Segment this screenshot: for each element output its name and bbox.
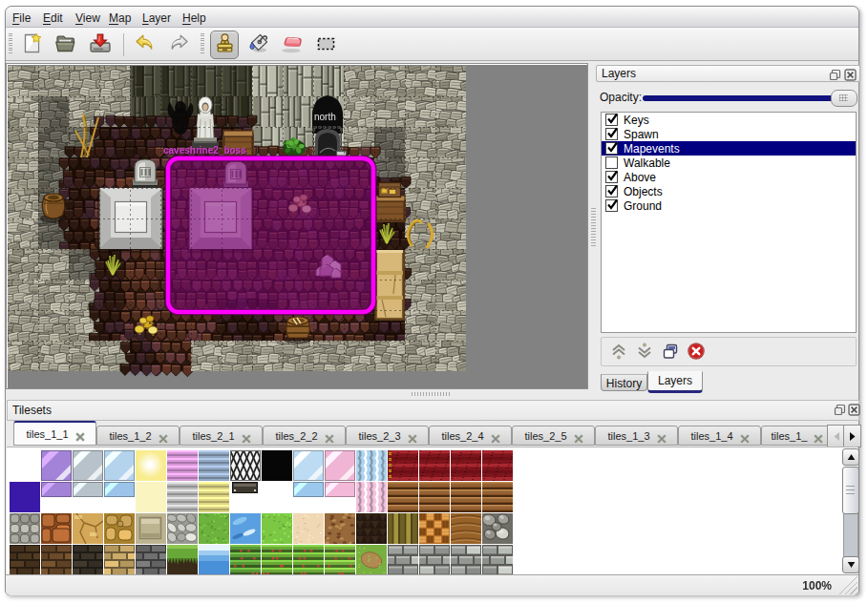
layer-name: Above — [624, 171, 656, 184]
layer-row-ground[interactable]: Ground — [602, 198, 856, 213]
layer-checkbox-walkable[interactable] — [605, 156, 618, 169]
tileset-tab-label: tiles_2_2 — [275, 430, 317, 442]
undo-icon — [133, 32, 157, 58]
opacity-slider-handle[interactable] — [831, 90, 857, 107]
tab-close-button[interactable] — [158, 431, 167, 441]
tab-layers[interactable]: Layers — [647, 371, 703, 393]
status-bar: 100% — [6, 574, 858, 595]
scrollbar-handle[interactable] — [842, 467, 859, 514]
tileset-tab-tiles_2_4[interactable]: tiles_2_4 — [429, 426, 512, 446]
menu-edit[interactable]: Edit — [37, 9, 69, 28]
float-button[interactable] — [829, 68, 841, 80]
lower-layer-button[interactable] — [635, 342, 654, 361]
tileset-palette-canvas[interactable] — [9, 449, 524, 575]
tileset-tab-label: tiles_2_4 — [441, 430, 483, 442]
scroll-down-button[interactable] — [842, 556, 859, 573]
eraser-button[interactable] — [279, 32, 304, 57]
tileset-tab-tiles_2_2[interactable]: tiles_2_2 — [263, 426, 346, 446]
close-icon — [739, 431, 751, 447]
layers-dock-title: Layers — [602, 67, 636, 80]
checkmark-icon — [605, 169, 620, 183]
raise-layer-button[interactable] — [609, 342, 628, 361]
tileset-tab-tiles_1_1[interactable]: tiles_1_1 — [13, 421, 96, 446]
tileset-tab-tiles_1_2[interactable]: tiles_1_2 — [96, 426, 180, 446]
menu-map[interactable]: Map — [103, 9, 137, 28]
tab-history[interactable]: History — [601, 374, 647, 391]
opacity-slider-track[interactable] — [643, 95, 855, 101]
layer-checkbox-ground[interactable] — [605, 199, 618, 212]
close-icon — [573, 431, 584, 447]
open-button[interactable] — [53, 32, 78, 57]
tab-close-button[interactable] — [241, 431, 250, 441]
toolbar-grip[interactable] — [9, 33, 12, 54]
select-region-icon — [314, 32, 337, 58]
tileset-tab-label: tiles_1_ — [772, 430, 808, 442]
menu-view[interactable]: View — [70, 9, 106, 28]
tab-close-button[interactable] — [74, 429, 84, 439]
map-canvas[interactable] — [7, 64, 587, 388]
resize-grip[interactable] — [838, 575, 857, 594]
delete-layer-button[interactable] — [687, 342, 706, 361]
close-button[interactable] — [844, 68, 857, 80]
tileset-tab-tiles_2_1[interactable]: tiles_2_1 — [180, 426, 263, 446]
close-icon — [407, 431, 418, 447]
save-icon — [89, 32, 112, 58]
layer-row-walkable[interactable]: Walkable — [602, 156, 856, 170]
tileset-tab-tiles_1_[interactable]: tiles_1_ — [761, 426, 833, 446]
stamp-button[interactable] — [210, 31, 239, 59]
new-map-button[interactable] — [19, 32, 44, 57]
tab-close-button[interactable] — [813, 431, 822, 441]
close-icon — [656, 431, 667, 447]
close-button[interactable] — [848, 403, 860, 415]
scrollbar-track[interactable] — [843, 512, 858, 557]
tab-close-button[interactable] — [490, 431, 499, 441]
tab-close-button[interactable] — [407, 431, 416, 441]
fill-stamp-button[interactable] — [246, 32, 271, 57]
scrollbar-handle-grip — [846, 486, 855, 494]
close-icon — [490, 431, 501, 447]
menu-file[interactable]: File — [7, 9, 36, 28]
tab-close-button[interactable] — [573, 431, 582, 441]
scroll-up-button[interactable] — [842, 448, 859, 466]
menu-layer[interactable]: Layer — [137, 9, 177, 28]
layer-checkbox-objects[interactable] — [605, 185, 618, 198]
opacity-row: Opacity: — [596, 87, 859, 110]
layer-checkbox-keys[interactable] — [605, 114, 618, 126]
layer-checkbox-above[interactable] — [605, 171, 618, 183]
tileset-view[interactable] — [7, 447, 857, 576]
close-icon — [74, 429, 86, 446]
arrow-down-icon — [847, 561, 856, 569]
tab-close-button[interactable] — [739, 431, 749, 441]
layer-row-above[interactable]: Above — [602, 170, 856, 184]
tab-close-button[interactable] — [656, 431, 666, 441]
float-button[interactable] — [834, 403, 846, 415]
menu-help[interactable]: Help — [177, 9, 212, 28]
tab-close-button[interactable] — [324, 431, 333, 441]
layer-row-objects[interactable]: Objects — [602, 184, 856, 198]
layer-row-spawn[interactable]: Spawn — [602, 127, 856, 141]
toolbar-grip[interactable] — [201, 33, 204, 54]
save-button[interactable] — [88, 32, 113, 57]
redo-button[interactable] — [166, 32, 191, 57]
close-icon — [324, 431, 335, 447]
layer-checkbox-mapevents[interactable] — [605, 142, 618, 155]
vertical-splitter[interactable] — [588, 63, 596, 389]
fill-stamp-icon — [247, 31, 270, 58]
tileset-tab-label: tiles_1_2 — [109, 430, 151, 442]
layer-row-keys[interactable]: Keys — [602, 113, 856, 127]
layer-checkbox-spawn[interactable] — [605, 128, 618, 140]
tab-history-label: History — [606, 377, 642, 390]
select-region-button[interactable] — [313, 32, 338, 57]
map-view[interactable] — [6, 63, 588, 389]
tileset-tab-label: tiles_1_4 — [690, 430, 732, 442]
duplicate-layer-button[interactable] — [661, 342, 680, 361]
tab-scroll-right-button[interactable] — [843, 425, 861, 447]
tileset-tab-tiles_2_3[interactable]: tiles_2_3 — [346, 426, 429, 446]
tileset-tab-tiles_1_4[interactable]: tiles_1_4 — [678, 426, 761, 446]
undo-button[interactable] — [132, 32, 157, 57]
tileset-tab-tiles_1_3[interactable]: tiles_1_3 — [595, 426, 678, 446]
raise-layer-icon — [609, 347, 628, 364]
tileset-scrollbar[interactable] — [842, 448, 857, 572]
tileset-tab-tiles_2_5[interactable]: tiles_2_5 — [512, 426, 595, 446]
layer-row-mapevents[interactable]: Mapevents — [602, 141, 856, 156]
